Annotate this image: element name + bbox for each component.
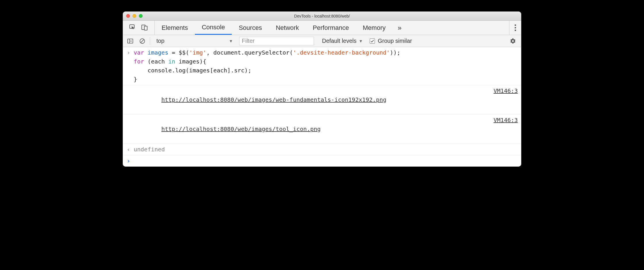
prompt-chevron-icon: › [126, 157, 134, 165]
output-chevron-icon: › [126, 145, 134, 154]
maximize-window-button[interactable] [139, 14, 143, 18]
tab-memory[interactable]: Memory [356, 21, 392, 35]
input-chevron-icon: › [126, 48, 134, 84]
svg-marker-5 [131, 40, 132, 42]
close-window-button[interactable] [126, 14, 130, 18]
clear-console-button[interactable] [138, 36, 147, 46]
tab-label: Network [276, 24, 299, 32]
svg-rect-3 [128, 39, 133, 43]
tab-performance[interactable]: Performance [306, 21, 356, 35]
log-content: http://localhost:8080/web/images/tool_ic… [134, 116, 490, 142]
devtools-tabs: Elements Console Sources Network Perform… [155, 21, 392, 35]
execution-context-select[interactable]: top ▼ [153, 38, 236, 44]
console-input-row: › var images = $$('img', document.queryS… [123, 47, 521, 85]
tab-console[interactable]: Console [195, 21, 232, 35]
log-message-link[interactable]: http://localhost:8080/web/images/tool_ic… [161, 126, 321, 132]
log-content: http://localhost:8080/web/images/web-fun… [134, 86, 490, 113]
console-log-row: http://localhost:8080/web/images/tool_ic… [123, 115, 521, 144]
traffic-lights [126, 14, 143, 18]
console-prompt-row[interactable]: › [123, 155, 521, 167]
log-message-link[interactable]: http://localhost:8080/web/images/web-fun… [161, 96, 386, 103]
divider [150, 37, 150, 45]
devtools-menu-button[interactable] [509, 21, 521, 35]
tab-network[interactable]: Network [269, 21, 306, 35]
inspect-element-icon[interactable] [129, 24, 136, 32]
svg-line-7 [141, 39, 144, 43]
kebab-menu-icon [515, 24, 516, 31]
console-input-code[interactable]: var images = $$('img', document.querySel… [134, 48, 518, 84]
console-prompt-input[interactable] [134, 157, 518, 165]
console-settings-button[interactable] [509, 36, 518, 46]
minimize-window-button[interactable] [133, 14, 136, 18]
chevron-down-icon: ▼ [229, 39, 233, 43]
tab-label: Memory [363, 24, 386, 32]
tab-elements[interactable]: Elements [155, 21, 195, 35]
console-output: › var images = $$('img', document.queryS… [123, 47, 521, 167]
checkbox-checked-icon [370, 38, 375, 44]
titlebar[interactable]: DevTools - localhost:8080/web/ [123, 11, 521, 21]
tab-label: Sources [239, 24, 262, 32]
console-toolbar: top ▼ Default levels ▼ Group similar [123, 35, 521, 47]
context-select-label: top [156, 38, 164, 44]
window-title: DevTools - localhost:8080/web/ [126, 14, 518, 18]
tab-sources[interactable]: Sources [232, 21, 269, 35]
log-source-link[interactable]: VM146:3 [494, 116, 518, 142]
chevron-double-right-icon: » [398, 24, 401, 32]
console-log-row: http://localhost:8080/web/images/web-fun… [123, 85, 521, 115]
tab-label: Performance [313, 24, 349, 32]
result-value: undefined [134, 145, 518, 154]
group-similar-label: Group similar [378, 38, 412, 44]
chevron-down-icon: ▼ [359, 39, 363, 43]
tab-label: Elements [162, 24, 188, 32]
log-source-link[interactable]: VM146:3 [494, 86, 518, 113]
gutter-spacer [126, 86, 134, 113]
group-similar-toggle[interactable]: Group similar [370, 38, 412, 44]
console-filter-input[interactable] [239, 37, 314, 45]
svg-rect-2 [144, 26, 147, 30]
devtools-window: DevTools - localhost:8080/web/ Elements … [123, 11, 521, 167]
devtools-tabstrip: Elements Console Sources Network Perform… [123, 21, 521, 35]
toggle-console-sidebar-button[interactable] [126, 36, 135, 46]
log-levels-select[interactable]: Default levels ▼ [322, 38, 363, 44]
levels-label: Default levels [322, 38, 356, 44]
tab-label: Console [202, 24, 225, 31]
tabs-overflow-button[interactable]: » [392, 21, 407, 35]
device-toolbar-icon[interactable] [141, 24, 148, 32]
console-result-row: › undefined [123, 144, 521, 155]
gutter-spacer [126, 116, 134, 142]
inspect-tools-group [123, 21, 155, 35]
